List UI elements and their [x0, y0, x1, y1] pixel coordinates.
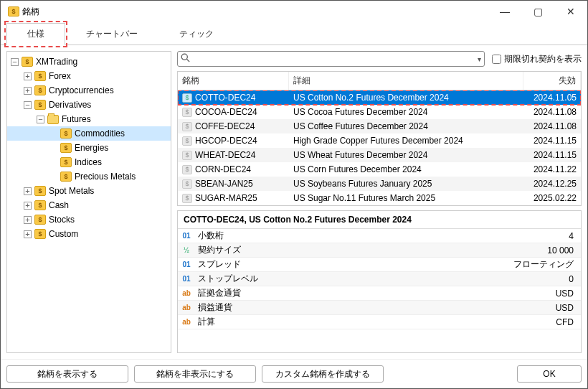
- tree-label: Indices: [75, 157, 102, 167]
- tab-0[interactable]: 仕様: [6, 23, 65, 45]
- symbol-icon: $: [182, 93, 192, 103]
- tree-item[interactable]: $Indices: [7, 155, 171, 169]
- close-button[interactable]: ✕: [554, 1, 587, 22]
- titlebar: $ 銘柄 — ▢ ✕: [1, 1, 587, 22]
- symbol-desc: US Wheat Futures December 2024: [289, 150, 523, 160]
- tree-item[interactable]: $Energies: [7, 141, 171, 155]
- collapse-icon[interactable]: −: [37, 116, 44, 123]
- dollar-icon: $: [34, 215, 46, 225]
- app-icon: $: [8, 6, 19, 17]
- tree-item[interactable]: +$Stocks: [7, 212, 171, 227]
- collapse-icon[interactable]: −: [11, 58, 19, 66]
- symbol-icon: $: [182, 151, 192, 160]
- tree-item[interactable]: +$Custom: [7, 227, 171, 241]
- symbol-name: SUGAR-MAR25: [195, 193, 257, 203]
- symbol-icon: $: [182, 136, 192, 146]
- maximize-button[interactable]: ▢: [521, 1, 554, 22]
- symbol-icon: $: [182, 108, 192, 117]
- detail-value: 10 000: [540, 245, 581, 256]
- detail-name: 小数桁: [195, 230, 561, 242]
- col-symbol[interactable]: 銘柄: [178, 72, 289, 90]
- grid-header: 銘柄 詳細 失効: [178, 72, 581, 90]
- show-symbol-button[interactable]: 銘柄を表示する: [6, 365, 128, 383]
- tree-label: Cash: [49, 200, 69, 210]
- tree-label: Commodities: [75, 128, 125, 139]
- expand-icon[interactable]: +: [24, 72, 32, 80]
- tree-item[interactable]: +$Spot Metals: [7, 184, 171, 198]
- tree-item[interactable]: −$XMTrading: [7, 55, 171, 69]
- collapse-icon[interactable]: −: [24, 101, 32, 109]
- grid-row[interactable]: $HGCOP-DEC24High Grade Copper Futures De…: [178, 133, 581, 148]
- detail-name: 契約サイズ: [195, 244, 540, 256]
- tab-1[interactable]: チャートバー: [65, 23, 158, 45]
- tree-item[interactable]: $Commodities: [7, 126, 171, 141]
- col-desc[interactable]: 詳細: [289, 72, 523, 90]
- dollar-icon: $: [60, 128, 72, 139]
- tree-label: Stocks: [49, 215, 75, 225]
- symbol-name: COFFE-DEC24: [195, 121, 255, 131]
- symbol-expiry: 2025.02.22: [523, 193, 581, 203]
- detail-badge: 01: [178, 261, 195, 268]
- tree-item[interactable]: +$Cryptocurrencies: [7, 83, 171, 98]
- symbol-icon: $: [182, 165, 192, 174]
- tree-label: Custom: [49, 229, 78, 239]
- symbol-icon: $: [182, 122, 192, 131]
- grid-row[interactable]: $COTTO-DEC24US Cotton No.2 Futures Decem…: [178, 90, 581, 105]
- ok-button[interactable]: OK: [517, 365, 582, 383]
- show-expired-label: 期限切れ契約を表示: [504, 53, 582, 65]
- details-row: ab損益通貨USD: [178, 301, 581, 315]
- show-expired-checkbox[interactable]: 期限切れ契約を表示: [492, 53, 582, 65]
- tree-item[interactable]: −Futures: [7, 112, 171, 126]
- grid-row[interactable]: $COCOA-DEC24US Cocoa Futures December 20…: [178, 105, 581, 119]
- details-panel: COTTO-DEC24, US Cotton No.2 Futures Dece…: [177, 210, 582, 353]
- tree-item[interactable]: +$Forex: [7, 69, 171, 83]
- tree-label: Cryptocurrencies: [49, 85, 114, 95]
- details-row: 01小数桁4: [178, 229, 581, 243]
- tree-item[interactable]: −$Derivatives: [7, 98, 171, 112]
- grid-row[interactable]: $SUGAR-MAR25US Sugar No.11 Futures March…: [178, 191, 581, 205]
- grid-row[interactable]: $CORN-DEC24US Corn Futures December 2024…: [178, 162, 581, 177]
- symbol-expiry: 2024.11.15: [523, 150, 581, 160]
- folder-icon: [47, 115, 59, 124]
- details-row: ½契約サイズ10 000: [178, 243, 581, 258]
- detail-badge: 01: [178, 232, 195, 240]
- dollar-icon: $: [34, 85, 46, 95]
- grid-row[interactable]: $SBEAN-JAN25US Soybeans Futures January …: [178, 177, 581, 191]
- detail-value: USD: [549, 303, 581, 313]
- search-input[interactable]: [193, 54, 478, 64]
- minimize-button[interactable]: —: [488, 1, 521, 22]
- details-row: ab証拠金通貨USD: [178, 286, 581, 301]
- create-custom-button[interactable]: カスタム銘柄を作成する: [262, 365, 384, 383]
- details-row: 01スプレッドフローティング: [178, 258, 581, 272]
- detail-badge: ab: [178, 304, 195, 311]
- detail-value: 4: [561, 231, 581, 241]
- grid-row[interactable]: $WHEAT-DEC24US Wheat Futures December 20…: [178, 148, 581, 162]
- expand-icon[interactable]: +: [24, 202, 32, 210]
- expand-icon[interactable]: +: [24, 87, 32, 95]
- symbol-grid: 銘柄 詳細 失効 $COTTO-DEC24US Cotton No.2 Futu…: [177, 71, 582, 206]
- symbol-desc: US Sugar No.11 Futures March 2025: [289, 193, 523, 203]
- tab-2[interactable]: ティック: [158, 23, 234, 45]
- symbol-expiry: 2024.12.25: [523, 179, 581, 189]
- detail-value: 0: [561, 274, 581, 284]
- tab-bar: 仕様チャートバーティック: [1, 22, 587, 45]
- details-row: 01ストップレベル0: [178, 272, 581, 286]
- search-icon: [181, 53, 190, 65]
- grid-row[interactable]: $COFFE-DEC24US Coffee Futures December 2…: [178, 119, 581, 133]
- tree-item[interactable]: +$Cash: [7, 198, 171, 212]
- search-box[interactable]: ▾: [177, 51, 485, 67]
- expand-icon[interactable]: +: [24, 216, 32, 224]
- expand-icon[interactable]: +: [24, 230, 32, 238]
- symbol-tree[interactable]: −$XMTrading+$Forex+$Cryptocurrencies−$De…: [6, 51, 171, 353]
- expand-icon[interactable]: +: [24, 187, 32, 195]
- show-expired-input[interactable]: [492, 55, 501, 64]
- detail-value: CFD: [549, 317, 581, 327]
- dollar-icon: $: [34, 100, 46, 110]
- detail-value: USD: [549, 289, 581, 299]
- symbol-desc: US Cotton No.2 Futures December 2024: [289, 93, 523, 103]
- symbol-name: HGCOP-DEC24: [195, 136, 257, 146]
- hide-symbol-button[interactable]: 銘柄を非表示にする: [134, 365, 256, 383]
- col-expiry[interactable]: 失効: [523, 72, 581, 90]
- tree-item[interactable]: $Precious Metals: [7, 169, 171, 184]
- dropdown-icon[interactable]: ▾: [478, 55, 481, 63]
